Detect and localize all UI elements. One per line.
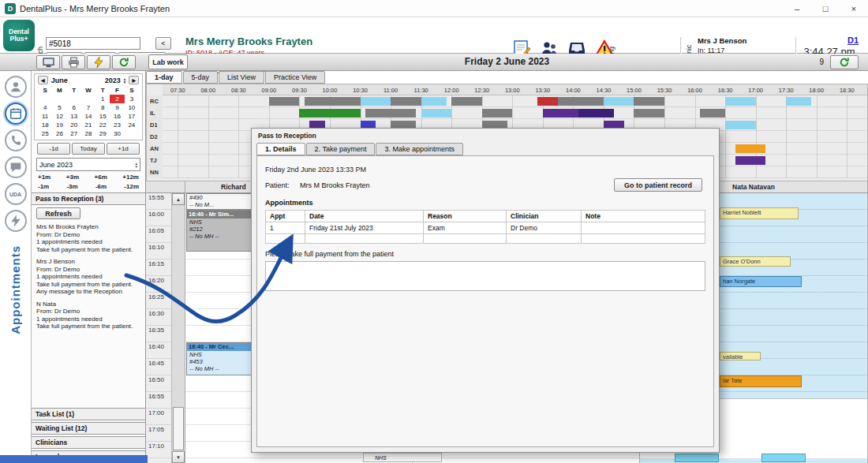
appointment-sliver[interactable]: NHS xyxy=(363,453,442,462)
timeline-appointment-block[interactable] xyxy=(365,109,416,118)
calendar-day[interactable]: 26 xyxy=(52,129,66,138)
pass-to-reception-item[interactable]: N NataFrom: Dr Demo1 appointments needed… xyxy=(32,297,145,332)
timeline-appointment-block[interactable] xyxy=(543,109,578,118)
timeline-appointment-block[interactable] xyxy=(299,109,360,118)
appointments-module-icon[interactable] xyxy=(5,103,27,125)
calendar-next-month-button[interactable]: ▶ xyxy=(129,76,139,84)
today-button[interactable]: Today xyxy=(72,143,105,155)
month-jump-button[interactable]: +1m xyxy=(38,174,51,181)
messages-module-icon[interactable] xyxy=(5,156,27,178)
calendar-day[interactable]: 19 xyxy=(52,121,66,129)
refresh-view-button[interactable] xyxy=(112,55,136,69)
panel-section-clinicians[interactable]: Clinicians xyxy=(32,436,145,449)
calendar-day[interactable]: 24 xyxy=(125,121,139,129)
reception-message-box[interactable] xyxy=(265,261,705,291)
calendar-year-spinner[interactable]: ▴▾ xyxy=(124,77,126,84)
dialog-tab-1-details[interactable]: 1. Details xyxy=(256,143,305,155)
dialog-table-row[interactable] xyxy=(266,234,705,244)
month-select[interactable]: June 2023 ▴▾ xyxy=(36,158,140,171)
go-to-patient-record-button[interactable]: Go to patient record xyxy=(614,178,702,192)
patient-search-input[interactable] xyxy=(46,37,140,50)
appointment-sliver[interactable] xyxy=(761,454,806,462)
schedule-scrollbar[interactable]: ▲ ▼ xyxy=(172,193,185,463)
calendar-day[interactable]: 8 xyxy=(95,103,110,112)
calendar-day[interactable]: 9 xyxy=(110,103,124,112)
calendar-day[interactable]: 25 xyxy=(38,129,52,138)
calendar-day[interactable]: 2 xyxy=(110,95,124,103)
patients-module-icon[interactable] xyxy=(5,76,27,98)
collapse-search-button[interactable]: < xyxy=(155,37,171,50)
panel-section-task-list-1[interactable]: Task List (1) xyxy=(32,408,145,420)
pass-to-reception-item[interactable]: Mrs J BensonFrom: Dr Demo1 appointments … xyxy=(32,255,145,297)
dialog-tab-3-make-appointments[interactable]: 3. Make appointments xyxy=(376,143,463,155)
sync-button[interactable] xyxy=(830,55,859,69)
screen-view-button[interactable] xyxy=(36,55,60,69)
dialog-tab-2-take-payment[interactable]: 2. Take payment xyxy=(306,143,376,155)
room-link[interactable]: D1 xyxy=(795,35,863,45)
calendar-day[interactable]: 14 xyxy=(81,112,95,121)
view-tab-list-view[interactable]: List View xyxy=(219,71,264,84)
month-jump-button[interactable]: -12m xyxy=(124,183,139,190)
timeline-appointment-block[interactable] xyxy=(786,97,811,106)
scroll-up-button[interactable]: ▲ xyxy=(172,193,185,205)
timeline-appointment-block[interactable] xyxy=(482,109,513,118)
timeline-appointment-block[interactable] xyxy=(725,97,756,106)
appointment-block[interactable]: Grace O'Donn xyxy=(720,256,791,267)
calendar-day[interactable]: 12 xyxy=(52,112,66,121)
timeline-appointment-block[interactable] xyxy=(269,97,300,106)
appointment-block[interactable]: han Norgate xyxy=(720,276,802,287)
month-select-spinner[interactable]: ▴▾ xyxy=(135,162,137,168)
month-jump-button[interactable]: +12m xyxy=(122,174,139,181)
timeline-appointment-block[interactable] xyxy=(634,97,664,106)
calendar-day[interactable]: 27 xyxy=(67,129,81,138)
timeline-appointment-block[interactable] xyxy=(451,97,482,106)
calendar-day[interactable]: 23 xyxy=(110,121,124,129)
phone-module-icon[interactable] xyxy=(5,129,27,151)
calendar-day[interactable]: 11 xyxy=(38,112,52,121)
calendar-prev-month-button[interactable]: ◀ xyxy=(38,76,48,84)
calendar-day[interactable]: 7 xyxy=(81,103,95,112)
quick-action-button[interactable] xyxy=(87,55,110,69)
calendar-day[interactable]: 28 xyxy=(81,129,95,138)
calendar-day[interactable]: 17 xyxy=(125,112,139,121)
appointment-block[interactable]: Harriet Noblett xyxy=(720,207,799,219)
calendar-day[interactable]: 10 xyxy=(125,103,139,112)
timeline-appointment-block[interactable] xyxy=(700,109,725,118)
appointment-sliver[interactable] xyxy=(675,454,719,462)
timeline-appointment-block[interactable] xyxy=(421,97,447,106)
minimize-button[interactable]: – xyxy=(783,0,811,17)
timeline-appointment-block[interactable] xyxy=(558,97,604,106)
view-tab-5-day[interactable]: 5-day xyxy=(183,71,219,84)
timeline-appointment-block[interactable] xyxy=(725,121,756,129)
month-jump-button[interactable]: -6m xyxy=(95,183,107,190)
calendar-day[interactable]: 21 xyxy=(81,121,95,129)
pass-to-reception-header[interactable]: Pass to Reception (3) xyxy=(32,192,145,205)
month-jump-button[interactable]: -1m xyxy=(38,183,49,190)
refresh-button[interactable]: Refresh xyxy=(36,207,80,219)
pass-to-reception-item[interactable]: Mrs M Brooks FraytenFrom: Dr Demo1 appoi… xyxy=(32,220,145,255)
timeline-appointment-block[interactable] xyxy=(361,97,391,106)
timeline-appointment-block[interactable] xyxy=(735,144,766,153)
view-tab-1-day[interactable]: 1-day xyxy=(146,71,182,84)
next-day-button[interactable]: +1d xyxy=(107,143,140,155)
calendar-day[interactable]: 5 xyxy=(52,103,66,112)
calendar-day[interactable]: 22 xyxy=(95,121,110,129)
calendar-day[interactable]: 29 xyxy=(95,129,110,138)
timeline-appointment-block[interactable] xyxy=(537,97,558,106)
panel-section-waiting-list-12[interactable]: Waiting List (12) xyxy=(32,422,145,435)
appointment-block[interactable]: lar Tate xyxy=(720,375,802,387)
calendar-day[interactable]: 30 xyxy=(110,129,124,138)
view-tab-practice-view[interactable]: Practice View xyxy=(265,71,325,84)
calendar-day[interactable]: 18 xyxy=(38,121,52,129)
calendar-day[interactable]: 3 xyxy=(125,95,139,103)
month-jump-button[interactable]: +3m xyxy=(66,174,79,181)
timeline-appointment-block[interactable] xyxy=(305,97,361,106)
scroll-down-button[interactable]: ▼ xyxy=(172,451,185,463)
month-jump-button[interactable]: +6m xyxy=(95,174,107,181)
calendar-day[interactable]: 13 xyxy=(67,112,81,121)
uda-module-icon[interactable]: UDA xyxy=(5,183,27,205)
calendar-day[interactable]: 6 xyxy=(67,103,81,112)
calendar-day[interactable]: 15 xyxy=(95,112,110,121)
calendar-day[interactable]: 4 xyxy=(38,103,52,112)
month-jump-button[interactable]: -3m xyxy=(66,183,77,190)
